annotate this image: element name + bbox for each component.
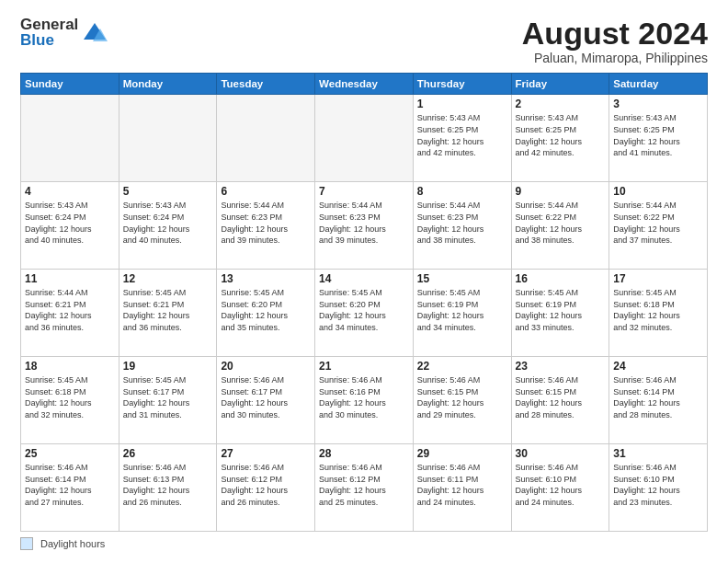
calendar-cell: 14Sunrise: 5:45 AM Sunset: 6:20 PM Dayli…	[315, 270, 414, 357]
calendar-header-monday: Monday	[119, 74, 217, 95]
calendar-cell: 12Sunrise: 5:45 AM Sunset: 6:21 PM Dayli…	[119, 270, 217, 357]
calendar-cell	[217, 95, 315, 182]
day-number: 2	[516, 98, 606, 110]
day-number: 8	[417, 185, 507, 198]
day-info: Sunrise: 5:44 AM Sunset: 6:21 PM Dayligh…	[25, 287, 115, 333]
calendar-cell	[119, 95, 217, 182]
calendar-cell: 15Sunrise: 5:45 AM Sunset: 6:19 PM Dayli…	[413, 270, 511, 357]
title-area: August 2024 Paluan, Mimaropa, Philippine…	[522, 17, 708, 65]
calendar-header-friday: Friday	[511, 74, 609, 95]
day-info: Sunrise: 5:46 AM Sunset: 6:17 PM Dayligh…	[221, 374, 311, 420]
calendar-cell: 10Sunrise: 5:44 AM Sunset: 6:22 PM Dayli…	[609, 182, 708, 270]
logo-blue: Blue	[20, 32, 78, 48]
day-number: 28	[319, 447, 409, 460]
calendar-header-tuesday: Tuesday	[217, 74, 315, 95]
day-info: Sunrise: 5:44 AM Sunset: 6:23 PM Dayligh…	[319, 200, 409, 246]
calendar-header-sunday: Sunday	[21, 74, 119, 95]
day-number: 23	[516, 360, 606, 373]
day-info: Sunrise: 5:45 AM Sunset: 6:17 PM Dayligh…	[123, 374, 213, 420]
day-info: Sunrise: 5:44 AM Sunset: 6:23 PM Dayligh…	[417, 200, 507, 246]
day-number: 31	[613, 447, 703, 460]
calendar-cell: 9Sunrise: 5:44 AM Sunset: 6:22 PM Daylig…	[511, 182, 609, 270]
calendar-cell: 8Sunrise: 5:44 AM Sunset: 6:23 PM Daylig…	[413, 182, 511, 270]
day-number: 16	[516, 272, 606, 285]
day-number: 18	[25, 360, 115, 373]
day-number: 24	[613, 360, 703, 373]
day-number: 10	[613, 185, 703, 198]
footer: Daylight hours	[20, 537, 708, 550]
subtitle: Paluan, Mimaropa, Philippines	[522, 51, 708, 65]
day-number: 5	[123, 185, 213, 198]
footer-label: Daylight hours	[40, 538, 105, 549]
day-info: Sunrise: 5:44 AM Sunset: 6:22 PM Dayligh…	[516, 200, 606, 246]
day-number: 26	[123, 447, 213, 460]
calendar-cell: 18Sunrise: 5:45 AM Sunset: 6:18 PM Dayli…	[21, 357, 119, 444]
calendar-header-row: SundayMondayTuesdayWednesdayThursdayFrid…	[21, 74, 708, 95]
day-number: 22	[417, 360, 507, 373]
calendar-cell: 11Sunrise: 5:44 AM Sunset: 6:21 PM Dayli…	[21, 270, 119, 357]
day-info: Sunrise: 5:46 AM Sunset: 6:12 PM Dayligh…	[319, 462, 409, 508]
day-number: 14	[319, 272, 409, 285]
day-info: Sunrise: 5:46 AM Sunset: 6:12 PM Dayligh…	[221, 462, 311, 508]
calendar-cell: 1Sunrise: 5:43 AM Sunset: 6:25 PM Daylig…	[413, 95, 511, 182]
day-info: Sunrise: 5:43 AM Sunset: 6:24 PM Dayligh…	[25, 200, 115, 246]
calendar-header-thursday: Thursday	[413, 74, 511, 95]
calendar-cell	[21, 95, 119, 182]
day-info: Sunrise: 5:46 AM Sunset: 6:15 PM Dayligh…	[516, 374, 606, 420]
calendar-cell: 6Sunrise: 5:44 AM Sunset: 6:23 PM Daylig…	[217, 182, 315, 270]
calendar-table: SundayMondayTuesdayWednesdayThursdayFrid…	[20, 73, 708, 532]
calendar-cell: 22Sunrise: 5:46 AM Sunset: 6:15 PM Dayli…	[413, 357, 511, 444]
calendar-cell: 5Sunrise: 5:43 AM Sunset: 6:24 PM Daylig…	[119, 182, 217, 270]
day-number: 4	[25, 185, 115, 198]
calendar-cell: 29Sunrise: 5:46 AM Sunset: 6:11 PM Dayli…	[413, 444, 511, 532]
footer-legend-box	[20, 537, 33, 550]
main-title: August 2024	[522, 17, 708, 51]
day-number: 6	[221, 185, 311, 198]
calendar-week-2: 11Sunrise: 5:44 AM Sunset: 6:21 PM Dayli…	[21, 270, 708, 357]
day-number: 3	[613, 98, 703, 110]
day-number: 20	[221, 360, 311, 373]
day-info: Sunrise: 5:43 AM Sunset: 6:25 PM Dayligh…	[516, 112, 606, 158]
calendar-week-4: 25Sunrise: 5:46 AM Sunset: 6:14 PM Dayli…	[21, 444, 708, 532]
calendar-cell: 4Sunrise: 5:43 AM Sunset: 6:24 PM Daylig…	[21, 182, 119, 270]
calendar-cell: 17Sunrise: 5:45 AM Sunset: 6:18 PM Dayli…	[609, 270, 708, 357]
header: General Blue August 2024 Paluan, Mimarop…	[20, 17, 708, 65]
calendar-cell: 3Sunrise: 5:43 AM Sunset: 6:25 PM Daylig…	[609, 95, 708, 182]
day-number: 1	[417, 98, 507, 110]
day-info: Sunrise: 5:45 AM Sunset: 6:19 PM Dayligh…	[417, 287, 507, 333]
day-info: Sunrise: 5:45 AM Sunset: 6:18 PM Dayligh…	[613, 287, 703, 333]
day-info: Sunrise: 5:46 AM Sunset: 6:14 PM Dayligh…	[25, 462, 115, 508]
day-number: 17	[613, 272, 703, 285]
day-info: Sunrise: 5:44 AM Sunset: 6:22 PM Dayligh…	[613, 200, 703, 246]
day-number: 21	[319, 360, 409, 373]
calendar-cell: 21Sunrise: 5:46 AM Sunset: 6:16 PM Dayli…	[315, 357, 414, 444]
calendar-header-wednesday: Wednesday	[315, 74, 414, 95]
day-number: 7	[319, 185, 409, 198]
calendar-week-3: 18Sunrise: 5:45 AM Sunset: 6:18 PM Dayli…	[21, 357, 708, 444]
day-number: 29	[417, 447, 507, 460]
calendar-cell: 16Sunrise: 5:45 AM Sunset: 6:19 PM Dayli…	[511, 270, 609, 357]
calendar-cell: 31Sunrise: 5:46 AM Sunset: 6:10 PM Dayli…	[609, 444, 708, 532]
day-number: 12	[123, 272, 213, 285]
day-info: Sunrise: 5:45 AM Sunset: 6:20 PM Dayligh…	[319, 287, 409, 333]
calendar-cell: 28Sunrise: 5:46 AM Sunset: 6:12 PM Dayli…	[315, 444, 414, 532]
day-info: Sunrise: 5:43 AM Sunset: 6:25 PM Dayligh…	[613, 112, 703, 158]
day-info: Sunrise: 5:45 AM Sunset: 6:21 PM Dayligh…	[123, 287, 213, 333]
day-info: Sunrise: 5:46 AM Sunset: 6:13 PM Dayligh…	[123, 462, 213, 508]
day-number: 25	[25, 447, 115, 460]
calendar-cell: 25Sunrise: 5:46 AM Sunset: 6:14 PM Dayli…	[21, 444, 119, 532]
day-number: 11	[25, 272, 115, 285]
page: General Blue August 2024 Paluan, Mimarop…	[0, 0, 728, 563]
day-info: Sunrise: 5:43 AM Sunset: 6:24 PM Dayligh…	[123, 200, 213, 246]
calendar-cell: 26Sunrise: 5:46 AM Sunset: 6:13 PM Dayli…	[119, 444, 217, 532]
day-info: Sunrise: 5:46 AM Sunset: 6:10 PM Dayligh…	[613, 462, 703, 508]
calendar-header-saturday: Saturday	[609, 74, 708, 95]
day-info: Sunrise: 5:46 AM Sunset: 6:11 PM Dayligh…	[417, 462, 507, 508]
day-number: 13	[221, 272, 311, 285]
calendar-cell: 27Sunrise: 5:46 AM Sunset: 6:12 PM Dayli…	[217, 444, 315, 532]
calendar-cell: 19Sunrise: 5:45 AM Sunset: 6:17 PM Dayli…	[119, 357, 217, 444]
calendar-cell: 7Sunrise: 5:44 AM Sunset: 6:23 PM Daylig…	[315, 182, 414, 270]
calendar-cell: 13Sunrise: 5:45 AM Sunset: 6:20 PM Dayli…	[217, 270, 315, 357]
calendar-cell	[315, 95, 414, 182]
day-number: 30	[516, 447, 606, 460]
